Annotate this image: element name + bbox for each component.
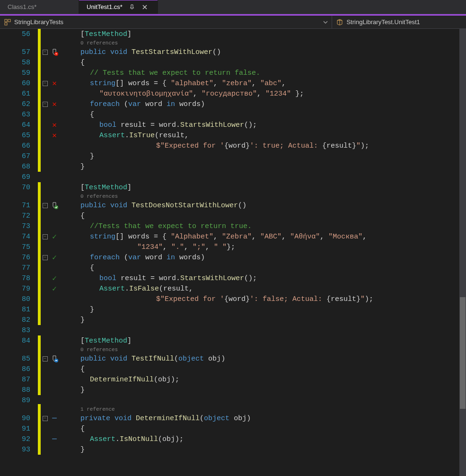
- test-fail-marker: ✕: [52, 99, 57, 109]
- chevron-down-icon: [323, 20, 328, 25]
- test-fail-marker: ✕: [52, 79, 57, 88]
- line-number: 89: [0, 397, 38, 405]
- breadcrumb-class[interactable]: StringLibraryTest.UnitTest1: [332, 16, 466, 28]
- test-fail-marker: ✕: [52, 120, 57, 130]
- line-number: 75: [0, 243, 38, 251]
- pin-icon[interactable]: [129, 4, 135, 10]
- line-number: 74: [0, 233, 38, 241]
- tab-label: Class1.cs*: [8, 3, 36, 10]
- line-number: 79: [0, 285, 38, 293]
- line-number: 91: [0, 425, 38, 433]
- line-number: 81: [0, 306, 38, 314]
- codelens-references[interactable]: 0 references: [79, 39, 118, 47]
- scrollbar-thumb[interactable]: [460, 297, 466, 409]
- line-number: 61: [0, 90, 38, 98]
- line-number: 71: [0, 202, 38, 210]
- line-number: 63: [0, 111, 38, 119]
- line-number: 66: [0, 142, 38, 150]
- tab-bar: Class1.cs* UnitTest1.cs*: [0, 0, 466, 14]
- test-pass-marker: ✓: [52, 284, 57, 293]
- close-icon[interactable]: [141, 4, 148, 10]
- line-number: 62: [0, 100, 38, 108]
- fold-toggle[interactable]: −: [41, 203, 49, 208]
- line-number: 72: [0, 212, 38, 220]
- line-number: 58: [0, 59, 38, 67]
- line-number: 64: [0, 121, 38, 129]
- line-number: 77: [0, 264, 38, 272]
- test-status-passed-icon[interactable]: [49, 202, 60, 209]
- fold-toggle[interactable]: −: [41, 50, 49, 55]
- test-notcovered-marker: —: [52, 414, 57, 423]
- fold-toggle[interactable]: −: [41, 102, 49, 107]
- codelens-references[interactable]: 1 reference: [79, 405, 115, 413]
- line-number: 84: [0, 337, 38, 345]
- test-pass-marker: ✓: [52, 232, 57, 241]
- breadcrumb-namespace[interactable]: StringLibraryTests: [0, 16, 332, 28]
- line-number: 57: [0, 48, 38, 56]
- fold-toggle[interactable]: −: [41, 356, 49, 361]
- fold-toggle[interactable]: −: [41, 234, 49, 239]
- breadcrumb-bar: StringLibraryTests StringLibraryTest.Uni…: [0, 16, 466, 29]
- vertical-scrollbar[interactable]: [459, 29, 466, 476]
- svg-rect-1: [8, 19, 10, 22]
- class-icon: [336, 18, 343, 26]
- tab-label: UnitTest1.cs*: [87, 3, 123, 10]
- namespace-icon: [4, 18, 11, 26]
- line-number: 78: [0, 274, 38, 282]
- code-editor[interactable]: 56 [TestMethod] 0 references 57 − public…: [0, 29, 466, 476]
- line-number: 93: [0, 446, 38, 454]
- line-number: 82: [0, 316, 38, 324]
- line-number: 92: [0, 435, 38, 443]
- codelens-references[interactable]: 0 references: [79, 193, 118, 200]
- svg-rect-0: [5, 19, 7, 22]
- line-number: 90: [0, 414, 38, 423]
- test-status-failed-icon[interactable]: [49, 48, 60, 56]
- line-number: 80: [0, 295, 38, 303]
- test-pass-marker: ✓: [52, 273, 57, 283]
- codelens-references[interactable]: 0 references: [79, 346, 118, 353]
- line-number: 69: [0, 173, 38, 181]
- test-status-notrun-icon[interactable]: [49, 355, 60, 362]
- line-number: 59: [0, 69, 38, 77]
- line-number: 68: [0, 163, 38, 171]
- breadcrumb-class-text: StringLibraryTest.UnitTest1: [346, 18, 420, 26]
- line-number: 70: [0, 184, 38, 192]
- fold-toggle[interactable]: −: [41, 255, 49, 260]
- line-number: 83: [0, 326, 38, 335]
- fold-toggle[interactable]: −: [41, 416, 49, 421]
- line-number: 88: [0, 386, 38, 394]
- tab-unittest1[interactable]: UnitTest1.cs*: [79, 0, 158, 14]
- test-fail-marker: ✕: [52, 131, 57, 140]
- line-number: 85: [0, 355, 38, 363]
- test-pass-marker: ✓: [52, 253, 57, 262]
- line-number: 65: [0, 132, 38, 140]
- line-number: 56: [0, 30, 38, 38]
- tab-class1[interactable]: Class1.cs*: [0, 0, 79, 14]
- svg-rect-2: [5, 23, 7, 25]
- line-number: 86: [0, 365, 38, 373]
- line-number: 73: [0, 222, 38, 230]
- line-number: 67: [0, 152, 38, 160]
- svg-rect-6: [55, 360, 57, 361]
- breadcrumb-namespace-text: StringLibraryTests: [14, 18, 63, 26]
- line-number: 60: [0, 79, 38, 88]
- fold-toggle[interactable]: −: [41, 81, 49, 86]
- line-number: 87: [0, 376, 38, 384]
- line-number: 76: [0, 254, 38, 262]
- test-notcovered-marker: —: [52, 435, 57, 443]
